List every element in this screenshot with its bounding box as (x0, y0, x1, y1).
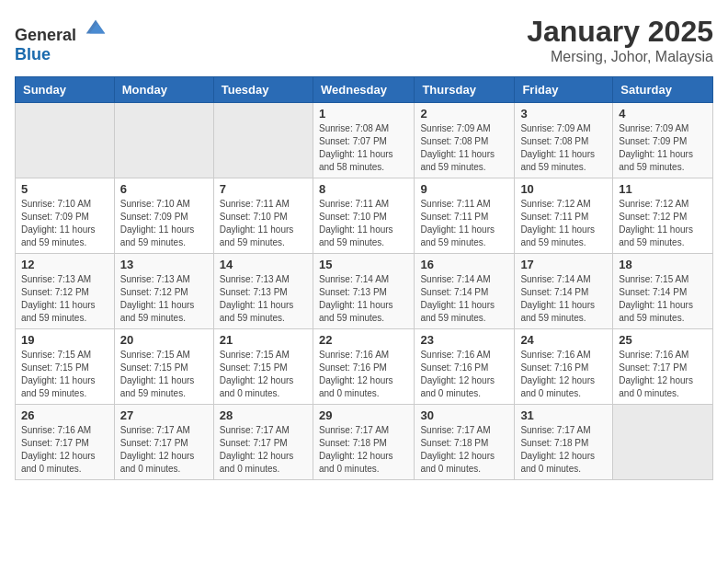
day-number: 5 (21, 182, 108, 196)
day-info: Sunrise: 7:14 AMSunset: 7:14 PMDaylight:… (420, 273, 508, 325)
logo-text: General Blue (15, 15, 108, 64)
calendar-cell: 6Sunrise: 7:10 AMSunset: 7:09 PMDaylight… (114, 178, 213, 254)
calendar-cell: 23Sunrise: 7:16 AMSunset: 7:16 PMDayligh… (415, 329, 515, 405)
calendar-cell (16, 103, 115, 178)
calendar-cell: 16Sunrise: 7:14 AMSunset: 7:14 PMDayligh… (415, 254, 515, 329)
day-info: Sunrise: 7:13 AMSunset: 7:12 PMDaylight:… (120, 273, 208, 325)
day-number: 26 (21, 408, 108, 422)
calendar-cell: 10Sunrise: 7:12 AMSunset: 7:11 PMDayligh… (515, 178, 613, 254)
day-info: Sunrise: 7:16 AMSunset: 7:16 PMDaylight:… (420, 349, 508, 400)
calendar-cell: 31Sunrise: 7:17 AMSunset: 7:18 PMDayligh… (515, 405, 613, 480)
day-number: 1 (319, 107, 408, 121)
logo-icon (83, 15, 108, 40)
day-number: 31 (520, 408, 607, 422)
day-info: Sunrise: 7:11 AMSunset: 7:10 PMDaylight:… (220, 198, 307, 249)
calendar-cell: 8Sunrise: 7:11 AMSunset: 7:10 PMDaylight… (313, 178, 414, 254)
day-number: 2 (420, 107, 508, 121)
weekday-header-sunday: Sunday (16, 77, 115, 103)
calendar-cell: 1Sunrise: 7:08 AMSunset: 7:07 PMDaylight… (313, 103, 414, 178)
calendar-cell: 4Sunrise: 7:09 AMSunset: 7:09 PMDaylight… (613, 103, 713, 178)
calendar-title: January 2025 (527, 15, 713, 49)
day-number: 9 (420, 182, 508, 196)
day-info: Sunrise: 7:17 AMSunset: 7:18 PMDaylight:… (520, 424, 607, 476)
calendar-cell: 29Sunrise: 7:17 AMSunset: 7:18 PMDayligh… (313, 405, 414, 480)
calendar-cell (613, 405, 713, 480)
day-number: 14 (220, 258, 307, 271)
day-info: Sunrise: 7:08 AMSunset: 7:07 PMDaylight:… (319, 122, 408, 174)
day-number: 22 (319, 333, 408, 347)
logo-general: General (15, 26, 76, 44)
calendar-cell: 26Sunrise: 7:16 AMSunset: 7:17 PMDayligh… (16, 405, 115, 480)
day-number: 17 (520, 258, 607, 271)
day-number: 28 (220, 408, 307, 422)
day-info: Sunrise: 7:17 AMSunset: 7:18 PMDaylight:… (420, 424, 508, 476)
calendar-cell (213, 103, 313, 178)
calendar-cell: 2Sunrise: 7:09 AMSunset: 7:08 PMDaylight… (415, 103, 515, 178)
calendar-cell: 17Sunrise: 7:14 AMSunset: 7:14 PMDayligh… (515, 254, 613, 329)
week-row-1: 1Sunrise: 7:08 AMSunset: 7:07 PMDaylight… (16, 103, 713, 178)
calendar-cell: 20Sunrise: 7:15 AMSunset: 7:15 PMDayligh… (114, 329, 213, 405)
day-number: 29 (319, 408, 408, 422)
calendar-cell: 18Sunrise: 7:15 AMSunset: 7:14 PMDayligh… (613, 254, 713, 329)
title-area: January 2025 Mersing, Johor, Malaysia (527, 15, 713, 65)
day-info: Sunrise: 7:14 AMSunset: 7:14 PMDaylight:… (520, 273, 607, 325)
logo-blue: Blue (15, 45, 51, 63)
calendar-cell: 11Sunrise: 7:12 AMSunset: 7:12 PMDayligh… (613, 178, 713, 254)
day-info: Sunrise: 7:15 AMSunset: 7:15 PMDaylight:… (120, 349, 208, 400)
calendar-cell: 24Sunrise: 7:16 AMSunset: 7:16 PMDayligh… (515, 329, 613, 405)
calendar-cell: 19Sunrise: 7:15 AMSunset: 7:15 PMDayligh… (16, 329, 115, 405)
day-info: Sunrise: 7:14 AMSunset: 7:13 PMDaylight:… (319, 273, 408, 325)
day-number: 20 (120, 333, 208, 347)
week-row-3: 12Sunrise: 7:13 AMSunset: 7:12 PMDayligh… (16, 254, 713, 329)
day-number: 27 (120, 408, 208, 422)
calendar-table: SundayMondayTuesdayWednesdayThursdayFrid… (15, 76, 713, 480)
day-number: 19 (21, 333, 108, 347)
day-number: 21 (220, 333, 307, 347)
day-info: Sunrise: 7:09 AMSunset: 7:08 PMDaylight:… (520, 122, 607, 174)
day-info: Sunrise: 7:12 AMSunset: 7:11 PMDaylight:… (520, 198, 607, 249)
day-info: Sunrise: 7:15 AMSunset: 7:14 PMDaylight:… (619, 273, 707, 325)
day-number: 6 (120, 182, 208, 196)
calendar-cell: 21Sunrise: 7:15 AMSunset: 7:15 PMDayligh… (213, 329, 313, 405)
weekday-header-saturday: Saturday (613, 77, 713, 103)
day-info: Sunrise: 7:09 AMSunset: 7:08 PMDaylight:… (420, 122, 508, 174)
day-number: 23 (420, 333, 508, 347)
day-info: Sunrise: 7:12 AMSunset: 7:12 PMDaylight:… (619, 198, 707, 249)
weekday-header-friday: Friday (515, 77, 613, 103)
day-number: 18 (619, 258, 707, 271)
calendar-cell: 25Sunrise: 7:16 AMSunset: 7:17 PMDayligh… (613, 329, 713, 405)
weekday-header-tuesday: Tuesday (213, 77, 313, 103)
day-number: 15 (319, 258, 408, 271)
calendar-cell: 9Sunrise: 7:11 AMSunset: 7:11 PMDaylight… (415, 178, 515, 254)
day-number: 24 (520, 333, 607, 347)
day-number: 12 (21, 258, 108, 271)
day-number: 11 (619, 182, 707, 196)
day-number: 3 (520, 107, 607, 121)
calendar-cell: 7Sunrise: 7:11 AMSunset: 7:10 PMDaylight… (213, 178, 313, 254)
day-info: Sunrise: 7:17 AMSunset: 7:17 PMDaylight:… (220, 424, 307, 476)
calendar-cell: 22Sunrise: 7:16 AMSunset: 7:16 PMDayligh… (313, 329, 414, 405)
calendar-cell: 12Sunrise: 7:13 AMSunset: 7:12 PMDayligh… (16, 254, 115, 329)
day-info: Sunrise: 7:11 AMSunset: 7:11 PMDaylight:… (420, 198, 508, 249)
day-info: Sunrise: 7:09 AMSunset: 7:09 PMDaylight:… (619, 122, 707, 174)
day-info: Sunrise: 7:16 AMSunset: 7:17 PMDaylight:… (619, 349, 707, 400)
calendar-cell: 5Sunrise: 7:10 AMSunset: 7:09 PMDaylight… (16, 178, 115, 254)
page-header: General Blue January 2025 Mersing, Johor… (15, 15, 713, 65)
day-info: Sunrise: 7:16 AMSunset: 7:17 PMDaylight:… (21, 424, 108, 476)
day-info: Sunrise: 7:15 AMSunset: 7:15 PMDaylight:… (21, 349, 108, 400)
logo: General Blue (15, 15, 108, 64)
calendar-cell: 14Sunrise: 7:13 AMSunset: 7:13 PMDayligh… (213, 254, 313, 329)
day-number: 13 (120, 258, 208, 271)
weekday-header-row: SundayMondayTuesdayWednesdayThursdayFrid… (16, 77, 713, 103)
day-info: Sunrise: 7:16 AMSunset: 7:16 PMDaylight:… (520, 349, 607, 400)
calendar-subtitle: Mersing, Johor, Malaysia (527, 49, 713, 65)
day-number: 4 (619, 107, 707, 121)
calendar-cell: 27Sunrise: 7:17 AMSunset: 7:17 PMDayligh… (114, 405, 213, 480)
day-info: Sunrise: 7:10 AMSunset: 7:09 PMDaylight:… (120, 198, 208, 249)
day-info: Sunrise: 7:13 AMSunset: 7:13 PMDaylight:… (220, 273, 307, 325)
weekday-header-monday: Monday (114, 77, 213, 103)
week-row-2: 5Sunrise: 7:10 AMSunset: 7:09 PMDaylight… (16, 178, 713, 254)
calendar-cell: 13Sunrise: 7:13 AMSunset: 7:12 PMDayligh… (114, 254, 213, 329)
calendar-cell (114, 103, 213, 178)
day-number: 25 (619, 333, 707, 347)
